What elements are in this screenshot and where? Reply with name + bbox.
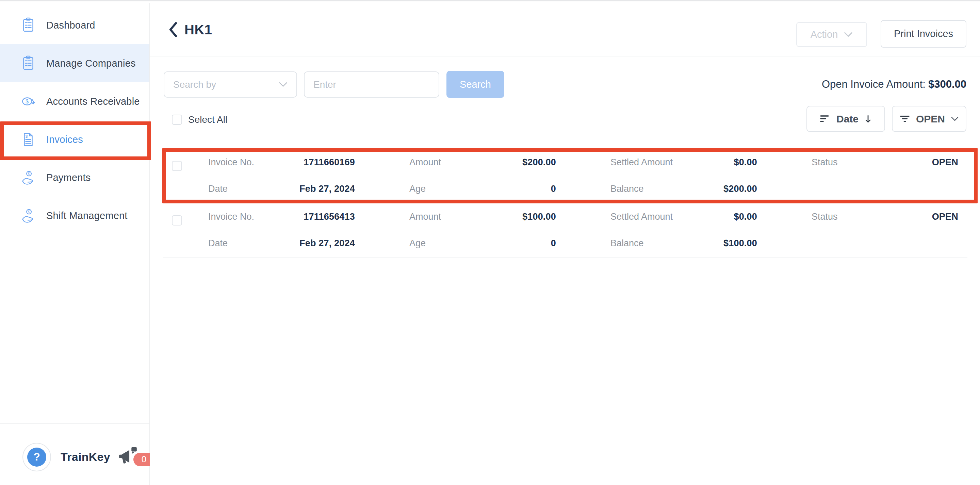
action-button-label: Action (811, 29, 838, 40)
status-badge: OPEN (932, 157, 958, 168)
invoice-row[interactable]: Invoice No.1711660169 Amount$200.00 Sett… (163, 149, 967, 203)
sidebar-item-dashboard[interactable]: Dashboard (0, 6, 150, 44)
brand-logo: TrainKey (60, 450, 110, 464)
field-invoice-no: Invoice No.1711656413 (208, 210, 355, 223)
sidebar-item-label: Invoices (46, 134, 83, 145)
field-label: Age (409, 184, 426, 194)
field-label: Date (208, 184, 228, 194)
invoice-list: Invoice No.1711660169 Amount$200.00 Sett… (163, 148, 967, 258)
open-invoice-amount: Open Invoice Amount:$300.00 (822, 78, 966, 91)
invoice-row[interactable]: Invoice No.1711656413 Amount$100.00 Sett… (163, 203, 967, 258)
svg-text:$: $ (25, 134, 28, 138)
sidebar-item-accounts-receivable[interactable]: $ Accounts Receivable (0, 82, 150, 121)
invoice-row-fields: Invoice No.1711656413 Amount$100.00 Sett… (208, 203, 958, 257)
field-amount: Amount$100.00 (409, 210, 556, 223)
field-settled-amount: Settled Amount$0.00 (611, 156, 757, 169)
invoice-document-icon: $ (21, 132, 36, 147)
field-value: $0.00 (733, 211, 757, 222)
field-label: Status (811, 157, 838, 168)
sort-by-date-button[interactable]: Date (807, 106, 885, 132)
filter-icon (900, 114, 910, 124)
row-checkbox[interactable] (172, 161, 182, 171)
field-empty (811, 183, 958, 195)
svg-text:$: $ (28, 172, 30, 176)
field-amount: Amount$200.00 (409, 156, 556, 169)
select-all-checkbox[interactable] (172, 114, 182, 125)
hand-coin-icon: $ (21, 170, 36, 185)
back-button[interactable]: HK1 (167, 22, 212, 37)
field-label: Invoice No. (208, 157, 254, 168)
row-checkbox[interactable] (172, 215, 182, 226)
search-button[interactable]: Search (447, 71, 504, 98)
field-label: Amount (409, 157, 441, 168)
main-content: HK1 Action Print Invoices Search by Sear… (150, 3, 980, 485)
field-value: 0 (551, 238, 556, 249)
field-settled-amount: Settled Amount$0.00 (611, 210, 757, 223)
field-value: 1711660169 (304, 157, 355, 168)
sidebar-item-label: Accounts Receivable (46, 96, 140, 107)
print-invoices-label: Print Invoices (894, 28, 953, 40)
field-age: Age0 (409, 183, 556, 195)
chevron-down-icon (951, 117, 959, 121)
field-status: StatusOPEN (811, 156, 958, 169)
arrow-down-icon (865, 114, 872, 124)
sort-button-label: Date (837, 113, 859, 125)
sidebar-nav: Dashboard Manage Companies (0, 3, 150, 235)
search-by-select[interactable]: Search by (164, 72, 297, 98)
field-date: DateFeb 27, 2024 (208, 183, 355, 195)
sidebar-item-invoices[interactable]: $ Invoices (0, 121, 150, 159)
page-title: HK1 (185, 22, 212, 37)
page-header: HK1 Action Print Invoices (150, 3, 980, 56)
field-status: StatusOPEN (811, 210, 958, 223)
search-by-placeholder: Search by (173, 79, 279, 90)
field-value: $200.00 (522, 157, 556, 168)
sidebar: Dashboard Manage Companies (0, 3, 150, 485)
field-empty (811, 237, 958, 249)
hand-coin-icon: $ (21, 208, 36, 223)
dollar-circle-arrow-icon: $ (21, 94, 36, 109)
field-value: $0.00 (733, 157, 757, 168)
svg-text:$: $ (25, 99, 29, 104)
status-filter-label: OPEN (916, 113, 945, 125)
action-dropdown-button[interactable]: Action (796, 22, 867, 47)
field-label: Amount (409, 211, 441, 222)
field-balance: Balance$100.00 (611, 237, 757, 249)
field-value: $100.00 (522, 211, 556, 222)
field-label: Age (409, 238, 426, 249)
sidebar-item-manage-companies[interactable]: Manage Companies (0, 44, 150, 82)
clipboard-icon (21, 56, 36, 71)
sidebar-item-label: Manage Companies (46, 58, 136, 69)
help-button[interactable]: ? (22, 443, 51, 471)
select-all-control: Select All (172, 114, 227, 125)
field-label: Settled Amount (611, 211, 673, 222)
announcements-button[interactable]: 0 (118, 447, 140, 467)
field-value: $200.00 (724, 184, 757, 194)
chevron-down-icon (279, 82, 288, 87)
field-balance: Balance$200.00 (611, 183, 757, 195)
status-filter-button[interactable]: OPEN (892, 106, 966, 132)
sidebar-item-shift-management[interactable]: $ Shift Management (0, 197, 150, 235)
open-invoice-amount-value: $300.00 (928, 78, 966, 90)
field-value: $100.00 (724, 238, 757, 249)
print-invoices-button[interactable]: Print Invoices (881, 20, 966, 48)
open-invoice-amount-label: Open Invoice Amount: (822, 78, 926, 90)
sidebar-item-label: Dashboard (46, 20, 95, 31)
sidebar-footer: ? TrainKey 0 (0, 423, 150, 485)
search-term-input[interactable] (304, 72, 439, 98)
field-value: 0 (551, 184, 556, 194)
field-label: Invoice No. (208, 211, 254, 222)
select-all-label: Select All (188, 114, 227, 125)
field-label: Balance (611, 184, 644, 194)
status-badge: OPEN (932, 211, 958, 222)
svg-text:$: $ (28, 210, 30, 214)
sidebar-item-payments[interactable]: $ Payments (0, 159, 150, 197)
field-value: 1711656413 (304, 211, 355, 222)
question-mark-icon: ? (27, 448, 46, 467)
chevron-down-icon (844, 32, 853, 37)
field-age: Age0 (409, 237, 556, 249)
invoice-row-fields: Invoice No.1711660169 Amount$200.00 Sett… (208, 149, 958, 202)
field-value: Feb 27, 2024 (299, 238, 355, 249)
sidebar-item-label: Shift Management (46, 210, 127, 221)
clipboard-icon (21, 17, 36, 33)
chevron-left-icon (167, 22, 179, 37)
